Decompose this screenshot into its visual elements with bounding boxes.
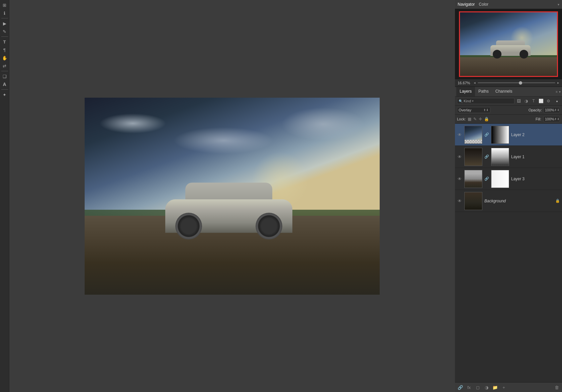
fill-number: 100% <box>545 117 554 121</box>
filter-type-icon[interactable]: T <box>531 98 537 104</box>
background-visibility[interactable]: 👁 <box>457 199 462 203</box>
layer-row-background[interactable]: 👁 Background 🔒 <box>455 190 562 212</box>
tool-transfer-btn[interactable]: ⇄ <box>1 62 8 70</box>
main-area <box>9 0 455 392</box>
tool-grid-btn[interactable]: ⊞ <box>1 1 8 9</box>
navigator-preview <box>455 9 562 79</box>
fill-label: Fill: <box>536 117 541 121</box>
layer2-name: Layer 2 <box>511 132 560 137</box>
tool-separator-4 <box>1 89 8 90</box>
opacity-label: Opacity: <box>529 108 542 112</box>
filter-icons: 🖼 ◑ T ⬜ ⚙ <box>516 98 551 104</box>
filter-smart-icon[interactable]: ⚙ <box>545 98 551 104</box>
layers-delete-btn[interactable]: 🗑 <box>553 384 560 391</box>
nav-car-wheel-right <box>520 50 528 59</box>
tool-group-btn[interactable]: ❑ <box>1 73 8 80</box>
layers-mask-btn[interactable]: ◻ <box>474 384 481 391</box>
filter-toggle[interactable]: ● <box>554 98 560 104</box>
navigator-header: Navigator Color ▾ <box>455 0 562 9</box>
blend-mode-select[interactable]: Overlay ⬆⬇ <box>457 107 490 113</box>
right-panel: Navigator Color ▾ <box>455 0 562 392</box>
layers-tabs: Layers Paths Channels ≡ ▾ <box>455 87 562 97</box>
lock-label: Lock: <box>457 117 466 121</box>
layer3-visibility[interactable]: 👁 <box>457 177 462 181</box>
layer-row-layer3[interactable]: 👁 🔗 Layer 3 <box>455 168 562 190</box>
layer1-mask <box>491 148 509 166</box>
layers-list: 👁 🔗 Layer 2 👁 🔗 Layer 1 <box>455 124 562 382</box>
canvas-image <box>85 98 380 295</box>
layers-adjustment-btn[interactable]: ◑ <box>483 384 490 391</box>
zoom-slider-thumb[interactable] <box>519 81 522 85</box>
fill-value[interactable]: 100% ⬆⬇ <box>543 116 560 122</box>
layers-group-btn[interactable]: 📁 <box>492 384 498 391</box>
tool-info-btn[interactable]: ℹ <box>1 9 8 17</box>
blend-opacity-bar: Overlay ⬆⬇ Opacity: 100% ⬆⬇ <box>455 106 562 115</box>
lock-all-icon[interactable]: 🔒 <box>484 117 489 121</box>
tab-navigator[interactable]: Navigator <box>458 1 475 7</box>
layer1-thumbnail <box>464 148 482 166</box>
layers-panel: Layers Paths Channels ≡ ▾ 🔍 Kind ▾ 🖼 ◑ <box>455 87 562 392</box>
tab-layers[interactable]: Layers <box>456 87 475 96</box>
lock-move-icon[interactable]: ✛ <box>479 117 482 121</box>
layer1-name: Layer 1 <box>511 155 560 159</box>
zoom-in-icon[interactable]: ▸ <box>557 81 559 85</box>
navigator-tabs: Navigator Color <box>458 1 488 7</box>
lock-pixels-icon[interactable]: ▦ <box>468 117 471 121</box>
layer1-visibility[interactable]: 👁 <box>457 155 462 159</box>
navigator-panel-menu[interactable]: ▾ <box>558 3 559 6</box>
lock-icons: ▦ ✎ ✛ 🔒 <box>468 117 489 121</box>
background-lock-icon: 🔒 <box>555 199 560 203</box>
tool-hand-btn[interactable]: ✋ <box>1 54 8 62</box>
filter-kind-label: Kind <box>464 99 471 103</box>
layers-link-btn[interactable]: 🔗 <box>457 384 464 391</box>
tab-paths[interactable]: Paths <box>475 87 492 96</box>
navigator-preview-image <box>459 11 558 77</box>
layer3-mask <box>491 170 509 188</box>
tool-para-btn[interactable]: ¶ <box>1 46 8 54</box>
layers-new-btn[interactable]: + <box>500 384 507 391</box>
canvas-cloud1 <box>99 113 166 133</box>
nav-preview-ground <box>459 57 558 77</box>
layer-row-layer2[interactable]: 👁 🔗 Layer 2 <box>455 124 562 146</box>
tab-channels[interactable]: Channels <box>492 87 516 96</box>
layer2-visibility[interactable]: 👁 <box>457 132 462 137</box>
blend-mode-arrow: ⬆⬇ <box>483 108 489 112</box>
layers-panel-menu[interactable]: ≡ ▾ <box>556 90 561 94</box>
tool-text-btn[interactable]: T <box>1 38 8 45</box>
zoom-out-icon[interactable]: ◂ <box>474 81 476 85</box>
layer-row-layer1[interactable]: 👁 🔗 Layer 1 <box>455 146 562 168</box>
opacity-arrows: ⬆⬇ <box>554 108 560 112</box>
lock-fill-bar: Lock: ▦ ✎ ✛ 🔒 Fill: 100% ⬆⬇ <box>455 115 562 124</box>
filter-search-icon: 🔍 <box>459 99 463 103</box>
app-wrapper: ⊞ ℹ ▶ ✎ T ¶ ✋ ⇄ ❑ A ✦ <box>0 0 562 392</box>
car-wheel-left <box>175 213 202 239</box>
layer-filter-search[interactable]: 🔍 Kind ▾ <box>457 98 514 104</box>
tab-color[interactable]: Color <box>479 1 488 7</box>
lock-position-icon[interactable]: ✎ <box>473 117 477 121</box>
background-thumbnail <box>464 192 482 210</box>
filter-adj-icon[interactable]: ◑ <box>523 98 529 104</box>
canvas-area <box>9 0 455 392</box>
fill-arrows: ⬆⬇ <box>554 117 560 121</box>
nav-car-wheel-left <box>493 50 501 59</box>
blend-mode-value: Overlay <box>459 108 471 112</box>
zoom-slider[interactable] <box>478 82 555 83</box>
opacity-number: 100% <box>545 108 554 112</box>
tool-brush-btn[interactable]: ✎ <box>1 28 8 35</box>
tool-play-btn[interactable]: ▶ <box>1 20 8 27</box>
tool-separator-2 <box>1 36 8 37</box>
layer2-chain: 🔗 <box>484 132 489 137</box>
tool-stamp-btn[interactable]: ✦ <box>1 91 8 98</box>
filter-pixel-icon[interactable]: 🖼 <box>516 98 522 104</box>
left-toolbar: ⊞ ℹ ▶ ✎ T ¶ ✋ ⇄ ❑ A ✦ <box>0 0 9 392</box>
layer1-chain: 🔗 <box>484 155 489 159</box>
filter-kind-dropdown-arrow[interactable]: ▾ <box>472 99 474 103</box>
layers-bottom-toolbar: 🔗 fx ◻ ◑ 📁 + 🗑 <box>455 382 562 392</box>
tool-textA-btn[interactable]: A <box>1 81 8 88</box>
layers-fx-btn[interactable]: fx <box>466 384 472 391</box>
filter-shape-icon[interactable]: ⬜ <box>538 98 544 104</box>
opacity-value[interactable]: 100% ⬆⬇ <box>543 107 560 113</box>
layer2-mask <box>491 126 509 144</box>
canvas-cloud3 <box>281 107 365 141</box>
layers-panel-menu-icon: ≡ <box>556 90 558 94</box>
